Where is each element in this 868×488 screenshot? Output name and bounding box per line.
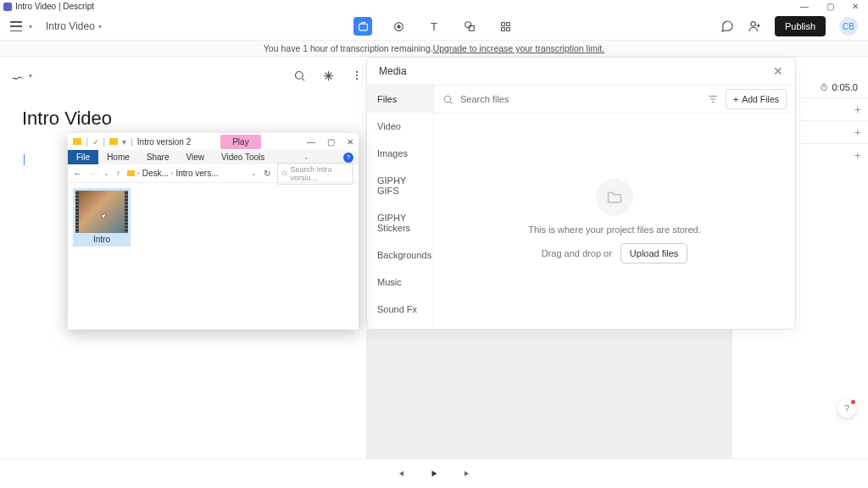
grid-tool-icon[interactable] [496, 17, 515, 36]
svg-point-12 [356, 75, 358, 76]
forward-icon: → [88, 169, 97, 178]
svg-point-11 [356, 71, 358, 73]
menu-view[interactable]: View [178, 150, 214, 164]
chat-icon[interactable] [721, 19, 734, 33]
empty-message: This is where your project files are sto… [528, 225, 701, 235]
file-name: Intro [93, 235, 110, 244]
track-row[interactable]: + [802, 120, 868, 143]
category-music[interactable]: Music [367, 269, 433, 296]
explorer-search[interactable]: Search Intro versio... [277, 163, 353, 185]
folder-icon [596, 179, 633, 216]
draw-tool-icon[interactable] [10, 69, 24, 82]
record-tool-icon[interactable] [389, 17, 408, 36]
shapes-tool-icon[interactable] [460, 17, 479, 36]
add-track-icon[interactable]: + [854, 125, 861, 139]
explorer-body[interactable]: Intro [68, 183, 359, 327]
menu-home[interactable]: Home [98, 150, 138, 164]
menu-file[interactable]: File [68, 150, 98, 164]
svg-point-16 [282, 171, 286, 175]
add-user-icon[interactable] [748, 19, 761, 33]
more-icon[interactable] [350, 69, 364, 82]
category-soundfx[interactable]: Sound Fx [367, 296, 433, 323]
upload-files-button[interactable]: Upload files [620, 243, 687, 263]
skip-forward-icon[interactable] [463, 469, 473, 479]
folder-icon [109, 138, 118, 145]
upgrade-link[interactable]: Upgrade to increase your transcription l… [433, 43, 605, 53]
window-controls: — ▢ ✕ [792, 0, 868, 13]
add-files-button[interactable]: +Add Files [726, 89, 787, 109]
chevron-down-icon[interactable]: ▾ [29, 23, 32, 30]
svg-point-15 [444, 96, 451, 103]
video-canvas[interactable] [366, 330, 732, 458]
play-controls [0, 458, 868, 488]
refresh-icon[interactable]: ↻ [264, 169, 270, 178]
chevron-down-icon[interactable]: ⌄ [251, 169, 257, 177]
chevron-down-icon[interactable]: ▾ [29, 72, 32, 80]
svg-rect-0 [359, 24, 367, 30]
svg-rect-7 [501, 27, 504, 30]
app-icon [3, 3, 12, 11]
composition-title[interactable]: Intro Video [22, 108, 112, 130]
search-input[interactable] [460, 94, 700, 104]
window-title: Intro Video | Descript [15, 2, 94, 11]
skip-back-icon[interactable] [395, 469, 405, 479]
sparkle-icon[interactable] [321, 69, 335, 82]
project-name-label: Intro Video [46, 20, 95, 32]
banner-text: You have 1 hour of transcription remaini… [264, 43, 433, 53]
category-video[interactable]: Video [367, 113, 433, 140]
track-row[interactable]: + [802, 97, 868, 120]
drag-message: Drag and drop or [542, 248, 612, 258]
close-icon[interactable]: ✕ [773, 64, 783, 78]
media-categories: Files Video Images GIPHY GIFS GIPHY Stic… [367, 86, 434, 329]
filter-icon[interactable] [707, 93, 719, 105]
file-item[interactable]: Intro [73, 188, 131, 247]
search-icon [442, 94, 453, 105]
explorer-maximize-icon[interactable]: ▢ [327, 137, 335, 147]
add-track-icon[interactable]: + [854, 103, 861, 116]
add-track-icon[interactable]: + [854, 148, 861, 162]
track-row[interactable]: + [802, 143, 868, 166]
text-tool-icon[interactable]: T [425, 17, 443, 36]
media-panel: Media ✕ Files Video Images GIPHY GIFS GI… [366, 57, 796, 330]
history-chevron-icon[interactable]: ⌄ [103, 169, 109, 177]
publish-button[interactable]: Publish [775, 16, 826, 36]
menu-video-tools[interactable]: Video Tools [213, 150, 273, 164]
chevron-down-icon: ▾ [98, 23, 102, 30]
close-button[interactable]: ✕ [843, 0, 868, 13]
explorer-close-icon[interactable]: ✕ [347, 137, 353, 147]
file-explorer-window: | ✓ | ▾ | Intro version 2 Play — ▢ ✕ Fil… [68, 133, 359, 330]
svg-point-13 [356, 78, 358, 80]
project-dropdown[interactable]: Intro Video ▾ [46, 20, 102, 32]
svg-rect-8 [506, 27, 509, 30]
minimize-button[interactable]: — [792, 0, 817, 13]
explorer-folder-name: Intro version 2 [137, 137, 191, 147]
category-backgrounds[interactable]: Backgrounds [367, 241, 433, 269]
maximize-button[interactable]: ▢ [817, 0, 843, 13]
menu-icon[interactable] [10, 21, 22, 31]
help-fab[interactable]: ? [837, 399, 856, 418]
back-icon[interactable]: ← [73, 169, 81, 178]
chevron-down-icon[interactable]: ⌄ [303, 153, 309, 161]
category-giphy-stickers[interactable]: GIPHY Stickers [367, 204, 433, 241]
user-avatar[interactable]: CB [839, 17, 858, 36]
category-images[interactable]: Images [367, 140, 433, 167]
menu-share[interactable]: Share [138, 150, 178, 164]
category-files[interactable]: Files [367, 86, 433, 113]
help-icon[interactable]: ? [343, 152, 353, 163]
explorer-navbar: ← → ⌄ ↑ › Desk... › Intro vers... ⌄ ↻ Se… [68, 164, 359, 183]
svg-rect-4 [469, 25, 474, 30]
timeline-panel: 0:05.0 + + + [802, 82, 868, 166]
media-panel-title: Media [379, 65, 407, 77]
breadcrumb[interactable]: › Desk... › Intro vers... [127, 169, 244, 178]
play-icon[interactable] [429, 469, 439, 479]
explorer-titlebar[interactable]: | ✓ | ▾ | Intro version 2 Play — ▢ ✕ [68, 133, 359, 150]
svg-point-3 [465, 22, 471, 28]
up-icon[interactable]: ↑ [116, 169, 120, 178]
camera-tool-icon[interactable] [353, 17, 372, 36]
svg-rect-5 [501, 22, 504, 25]
play-tab[interactable]: Play [220, 135, 260, 149]
category-giphy-gifs[interactable]: GIPHY GIFS [367, 167, 433, 204]
search-icon[interactable] [292, 69, 306, 82]
explorer-minimize-icon[interactable]: — [307, 137, 315, 147]
folder-icon [127, 170, 135, 176]
